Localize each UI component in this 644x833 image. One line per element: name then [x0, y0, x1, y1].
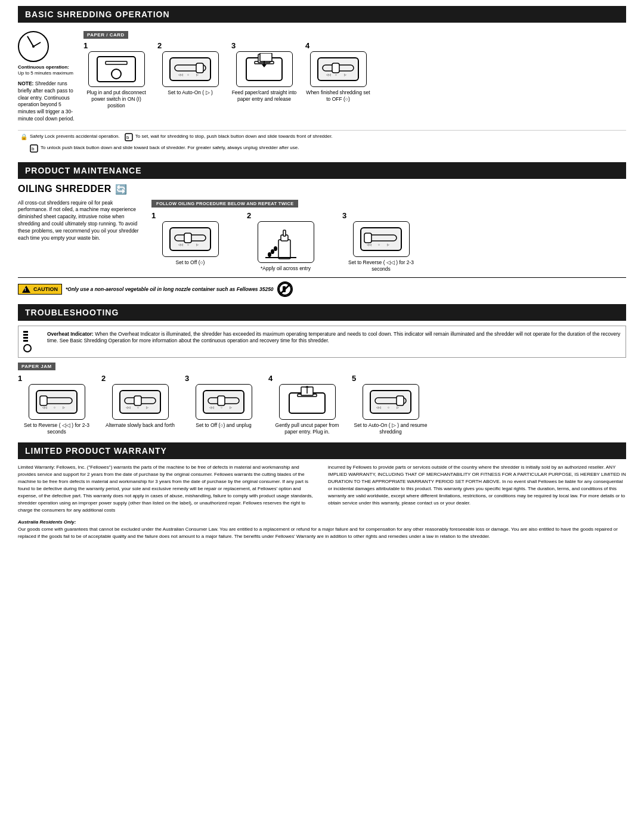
svg-text:▷: ▷	[63, 405, 65, 409]
caution-text: *Only use a non-aerosol vegetable oil in…	[66, 286, 274, 292]
feed-paper-svg	[240, 53, 288, 85]
step-3-image	[236, 51, 293, 87]
jam-step-1-text: Set to Reverse ( ◁◁ ) for 2-3 seconds	[18, 422, 95, 435]
svg-rect-17	[332, 63, 339, 73]
svg-rect-33	[283, 230, 286, 236]
svg-text:◁◁: ◁◁	[42, 405, 47, 409]
svg-text:b: b	[126, 135, 129, 140]
australia-text: Our goods come with guarantees that cann…	[18, 526, 626, 540]
svg-text:▷: ▷	[146, 405, 148, 409]
oil-control-off-svg: ◁◁ ○ ▷	[166, 223, 214, 255]
svg-point-34	[274, 246, 277, 251]
clock-center	[32, 45, 35, 48]
clock-label: Continuous operation: Up to 5 minutes ma…	[18, 64, 78, 77]
oil-step-3-image: ◁◁ ○ ▷	[353, 221, 410, 257]
safety-notes: 🔒 Safety Lock prevents accidental operat…	[18, 130, 626, 154]
overheat-bar-3	[23, 337, 28, 339]
svg-text:◁◁: ◁◁	[326, 73, 331, 76]
svg-text:▷: ▷	[196, 73, 199, 76]
overheat-text: Overheat Indicator: When the Overheat In…	[47, 331, 621, 345]
jam-steps-row: 1 ◁◁ ○ ▷ Set to Reverse ( ◁◁ ) for 2-3 s…	[18, 374, 626, 435]
jam-step-5-text: Set to Auto-On ( ▷ ) and resume shreddin…	[352, 422, 429, 435]
oiling-description: All cross-cut shredders require oil for …	[18, 200, 143, 272]
oil-step-3-text: Set to Reverse ( ◁◁ ) for 2-3 seconds	[342, 259, 420, 272]
svg-rect-5	[196, 63, 203, 73]
warranty-header: LIMITED PRODUCT WARRANTY	[18, 442, 626, 459]
troubleshooting-header: TROUBLESHOOTING	[18, 304, 626, 321]
svg-point-36	[268, 252, 271, 257]
warranty-col-1: Limited Warranty: Fellowes, Inc. ("Fello…	[18, 464, 316, 514]
step-2: 2 ◁◁ ○ ▷ Set to Auto-On ( ▷ )	[157, 41, 223, 96]
step-3: 3	[231, 41, 297, 103]
jam-auto-svg: ◁◁ ○ ▷	[367, 386, 414, 418]
overheat-box: Overheat Indicator: When the Overheat In…	[18, 326, 626, 358]
svg-text:○: ○	[187, 243, 189, 246]
oil-bottle-svg	[261, 222, 311, 262]
overheat-bar-1	[23, 331, 28, 333]
svg-rect-3	[170, 58, 210, 80]
warranty-col-2: incurred by Fellowes to provide parts or…	[328, 464, 626, 514]
oil-step-2-text: *Apply oil across entry	[261, 265, 311, 272]
step-1: 1 Plug in and put disconnect power switc…	[83, 41, 149, 109]
shredder-box-svg	[92, 53, 140, 85]
svg-text:▷: ▷	[196, 243, 199, 246]
svg-text:◁◁: ◁◁	[126, 405, 131, 409]
caution-label: CAUTION	[33, 286, 58, 292]
overheat-bars	[23, 331, 41, 352]
oiling-steps-area: FOLLOW OILING PROCEDURE BELOW AND REPEAT…	[151, 200, 626, 272]
svg-text:▷: ▷	[397, 405, 399, 409]
jam-reverse-svg: ◁◁ ○ ▷	[33, 386, 80, 418]
jam-step-4: 4 Gently pull uncut paper from paper ent…	[268, 374, 346, 435]
oiling-content: All cross-cut shredders require oil for …	[18, 200, 626, 272]
oil-step-1: 1 ◁◁ ○ ▷ Set to Off (○)	[151, 211, 229, 266]
svg-text:○: ○	[335, 73, 337, 76]
svg-text:○: ○	[187, 73, 189, 76]
svg-text:○: ○	[54, 405, 55, 409]
note-text: NOTE: Shredder runs briefly after each p…	[18, 80, 78, 123]
svg-rect-70	[370, 391, 411, 413]
svg-text:b: b	[32, 146, 35, 151]
svg-rect-40	[364, 233, 371, 243]
safety-row-1: 🔒 Safety Lock prevents accidental operat…	[20, 133, 624, 143]
paper-jam-label: PAPER JAM	[18, 363, 55, 370]
svg-rect-55	[134, 396, 141, 405]
jam-off-svg: ◁◁ ○ ▷	[200, 386, 247, 418]
oiling-subsection-header: OILING SHREDDER 🔄	[18, 184, 626, 195]
step-1-text: Plug in and put disconnect power switch …	[83, 89, 149, 109]
svg-text:◁◁: ◁◁	[178, 73, 183, 76]
safety-icon-3: b	[30, 144, 38, 154]
svg-rect-72	[397, 396, 404, 405]
overheat-bar-4	[23, 340, 28, 342]
svg-text:◁◁: ◁◁	[178, 243, 183, 246]
warranty-content: Limited Warranty: Fellowes, Inc. ("Fello…	[18, 464, 626, 514]
overheat-bulb-icon	[23, 344, 32, 352]
jam-step-5: 5 ◁◁ ○ ▷ Set to Auto-On ( ▷ ) and resume…	[352, 374, 429, 435]
jam-step-3: 3 ◁◁ ○ ▷ Set to Off (○) and unplug	[185, 374, 262, 429]
oil-steps-row: 1 ◁◁ ○ ▷ Set to Off (○)	[151, 211, 626, 272]
svg-rect-61	[218, 396, 225, 405]
jam-step-2-text: Alternate slowly back and forth	[106, 422, 175, 429]
oiling-title: OILING SHREDDER	[18, 184, 112, 194]
oil-step-3: 3 ◁◁ ○ ▷ Set to Reverse ( ◁◁ ) for 2-3 s…	[342, 211, 420, 272]
step-4-image: ◁◁ ○ ▷	[310, 51, 367, 87]
maintenance-header: PRODUCT MAINTENANCE	[18, 162, 626, 179]
clock-area: Continuous operation: Up to 5 minutes ma…	[18, 31, 78, 123]
jam-pull-svg	[283, 386, 331, 418]
oil-step-1-image: ◁◁ ○ ▷	[162, 221, 219, 257]
clock-sub-text: Up to 5 minutes maximum	[18, 70, 73, 76]
lock-icon: 🔒	[20, 133, 27, 141]
svg-text:○: ○	[378, 243, 380, 246]
no-spray-icon	[277, 281, 293, 297]
control-auto-svg: ◁◁ ○ ▷	[166, 53, 214, 85]
oil-control-reverse-svg: ◁◁ ○ ▷	[357, 223, 405, 255]
oil-step-2-image	[258, 221, 314, 263]
jam-step-1-image: ◁◁ ○ ▷	[29, 384, 85, 420]
safety-row-2: b To unlock push black button down and s…	[20, 144, 624, 154]
overheat-bar-2	[23, 334, 28, 336]
svg-rect-27	[184, 233, 191, 243]
svg-text:▷: ▷	[387, 243, 389, 246]
basic-shredding-section: BASIC SHREDDING OPERATION Continuous ope…	[18, 6, 626, 155]
svg-rect-49	[40, 396, 47, 405]
step-2-text: Set to Auto-On ( ▷ )	[168, 89, 213, 96]
svg-text:○: ○	[388, 405, 389, 409]
